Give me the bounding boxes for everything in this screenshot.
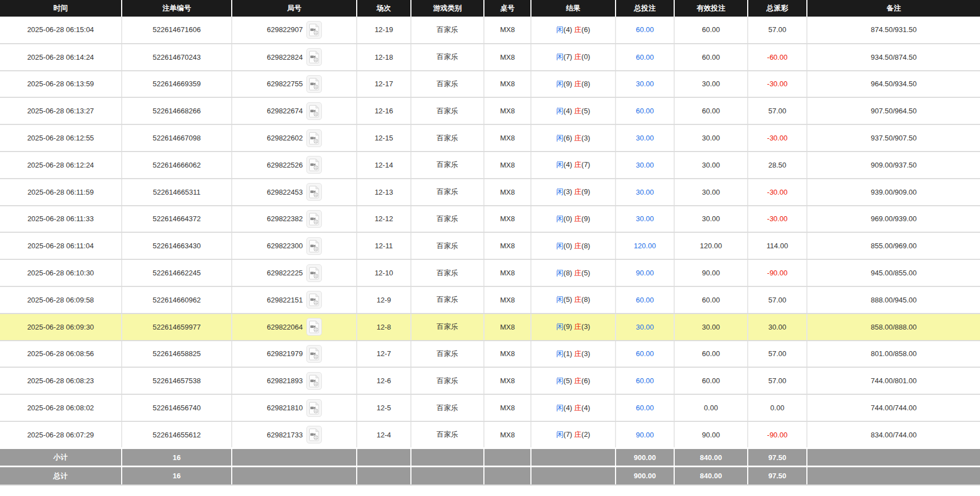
table-row[interactable]: 2025-06-28 06:12:55 522614667098 6298226…: [0, 124, 980, 152]
result-player-score: (9): [564, 80, 575, 88]
cell-game-type: 百家乐: [411, 44, 484, 71]
video-file-icon[interactable]: [306, 372, 322, 390]
cell-table-no: MX8: [484, 44, 531, 71]
cell-time: 2025-06-28 06:13:59: [0, 71, 122, 98]
totals-valid-bet: 840.00: [674, 448, 748, 467]
result-banker-score: (7): [581, 160, 590, 169]
video-file-icon[interactable]: [306, 48, 322, 66]
totals-empty-note: [807, 467, 980, 485]
video-file-icon[interactable]: [306, 183, 322, 201]
video-file-icon[interactable]: [306, 210, 322, 228]
table-row[interactable]: 2025-06-28 06:10:30 522614662245 6298222…: [0, 259, 980, 286]
cell-time: 2025-06-28 06:14:24: [0, 44, 122, 71]
col-header-payout: 总派彩: [748, 0, 807, 17]
video-file-icon[interactable]: [306, 21, 322, 39]
cell-total-bet: 30.00: [616, 71, 674, 98]
total-bet-link[interactable]: 30.00: [636, 134, 654, 142]
video-file-icon[interactable]: [306, 426, 322, 443]
totals-empty-game: [411, 467, 484, 485]
video-file-icon[interactable]: [306, 237, 322, 255]
cell-total-bet: 30.00: [616, 124, 674, 152]
totals-empty-session: [357, 448, 411, 467]
cell-order-no: 522614667098: [122, 124, 232, 152]
cell-session: 12-15: [357, 124, 411, 152]
cell-game-type: 百家乐: [411, 259, 484, 286]
total-bet-link[interactable]: 30.00: [636, 188, 654, 196]
video-file-icon[interactable]: [306, 156, 322, 174]
result-banker-score: (5): [581, 107, 590, 115]
table-row[interactable]: 2025-06-28 06:12:24 522614666062 6298225…: [0, 152, 980, 179]
result-player-label: 闲: [556, 187, 564, 196]
total-bet-link[interactable]: 90.00: [636, 431, 654, 439]
table-row[interactable]: 2025-06-28 06:14:24 522614670243 6298228…: [0, 44, 980, 71]
total-bet-link[interactable]: 60.00: [636, 404, 654, 412]
total-bet-link[interactable]: 60.00: [636, 53, 654, 61]
total-bet-link[interactable]: 30.00: [636, 215, 654, 223]
total-bet-link[interactable]: 30.00: [636, 161, 654, 169]
total-bet-link[interactable]: 120.00: [634, 242, 656, 250]
video-file-icon[interactable]: [306, 318, 322, 336]
result-banker-label: 庄: [574, 322, 581, 331]
cell-time: 2025-06-28 06:11:04: [0, 232, 122, 259]
table-row[interactable]: 2025-06-28 06:08:02 522614656740 6298218…: [0, 394, 980, 421]
table-row[interactable]: 2025-06-28 06:09:58 522614660962 6298221…: [0, 286, 980, 314]
video-file-icon[interactable]: [306, 345, 322, 363]
totals-empty-round: [232, 467, 357, 485]
cell-game-type: 百家乐: [411, 314, 484, 341]
totals-total-bet: 900.00: [616, 467, 674, 485]
totals-count: 16: [122, 467, 232, 485]
cell-valid-bet: 60.00: [674, 367, 748, 394]
total-bet-link[interactable]: 90.00: [636, 269, 654, 277]
table-row[interactable]: 2025-06-28 06:09:30 522614659977 6298220…: [0, 314, 980, 341]
total-bet-link[interactable]: 60.00: [636, 296, 654, 304]
table-row[interactable]: 2025-06-28 06:07:29 522614655612 6298217…: [0, 421, 980, 448]
cell-note: 744.00/744.00: [807, 394, 980, 421]
result-player-label: 闲: [556, 404, 564, 412]
result-banker-label: 庄: [574, 53, 581, 61]
cell-session: 12-6: [357, 367, 411, 394]
table-row[interactable]: 2025-06-28 06:08:23 522614657538 6298218…: [0, 367, 980, 394]
cell-result: 闲(0) 庄(9): [531, 206, 616, 233]
result-player-score: (4): [564, 404, 575, 412]
video-file-icon[interactable]: [306, 399, 322, 417]
total-bet-link[interactable]: 60.00: [636, 377, 654, 385]
totals-empty-round: [232, 448, 357, 467]
result-player-score: (4): [564, 160, 575, 169]
totals-row: 小计 16 900.00 840.00 97.50: [0, 448, 980, 467]
cell-result: 闲(9) 庄(3): [531, 314, 616, 341]
video-file-icon[interactable]: [306, 102, 322, 120]
video-file-icon[interactable]: [306, 264, 322, 282]
table-row[interactable]: 2025-06-28 06:15:04 522614671606 6298229…: [0, 17, 980, 44]
video-file-icon[interactable]: [306, 291, 322, 309]
round-no-value: 629822151: [267, 296, 303, 304]
cell-game-type: 百家乐: [411, 179, 484, 206]
table-row[interactable]: 2025-06-28 06:11:33 522614664372 6298223…: [0, 206, 980, 233]
total-bet-link[interactable]: 60.00: [636, 349, 654, 358]
cell-session: 12-17: [357, 71, 411, 98]
result-player-score: (5): [564, 295, 575, 304]
table-row[interactable]: 2025-06-28 06:11:04 522614663430 6298223…: [0, 232, 980, 259]
cell-valid-bet: 60.00: [674, 44, 748, 71]
table-row[interactable]: 2025-06-28 06:13:27 522614668266 6298226…: [0, 97, 980, 124]
cell-total-bet: 60.00: [616, 97, 674, 124]
round-no-value: 629821810: [267, 404, 303, 412]
video-file-icon[interactable]: [306, 129, 322, 147]
table-row[interactable]: 2025-06-28 06:08:56 522614658825 6298219…: [0, 341, 980, 368]
table-row[interactable]: 2025-06-28 06:11:59 522614665311 6298224…: [0, 179, 980, 206]
result-player-label: 闲: [556, 322, 564, 331]
result-banker-label: 庄: [574, 295, 581, 304]
cell-order-no: 522614656740: [122, 394, 232, 421]
result-banker-score: (6): [581, 25, 590, 34]
table-row[interactable]: 2025-06-28 06:13:59 522614669359 6298227…: [0, 71, 980, 98]
cell-note: 744.00/801.00: [807, 367, 980, 394]
total-bet-link[interactable]: 30.00: [636, 80, 654, 88]
total-bet-link[interactable]: 30.00: [636, 323, 654, 331]
cell-result: 闲(5) 庄(6): [531, 367, 616, 394]
cell-time: 2025-06-28 06:09:58: [0, 286, 122, 314]
video-file-icon[interactable]: [306, 75, 322, 93]
cell-session: 12-14: [357, 152, 411, 179]
total-bet-link[interactable]: 60.00: [636, 25, 654, 34]
cell-result: 闲(0) 庄(8): [531, 232, 616, 259]
result-player-score: (9): [564, 322, 575, 331]
total-bet-link[interactable]: 60.00: [636, 107, 654, 115]
